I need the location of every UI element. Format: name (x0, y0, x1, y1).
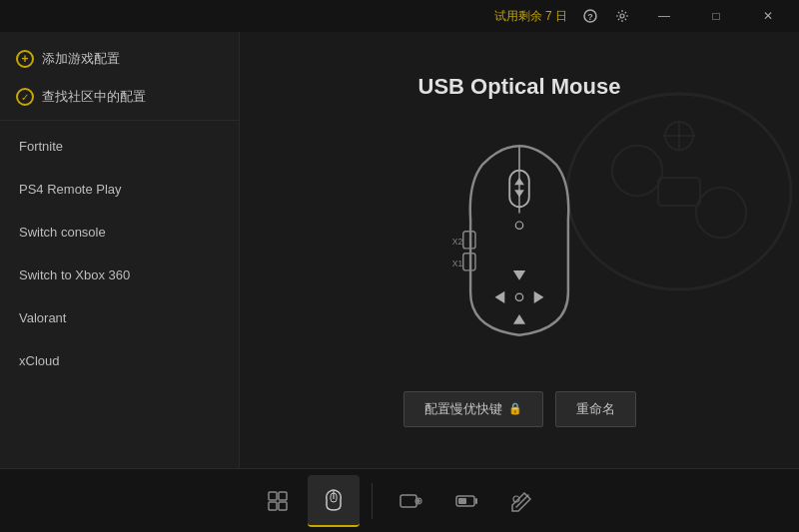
device-title: USB Optical Mouse (418, 74, 621, 100)
community-config-icon (16, 88, 34, 106)
add-config-label: 添加游戏配置 (42, 50, 120, 68)
svg-rect-18 (269, 492, 277, 500)
bottom-item-customize[interactable] (496, 475, 548, 527)
rename-label: 重命名 (576, 400, 615, 418)
mouse-svg: X2 X1 (439, 134, 599, 353)
customize-icon (510, 489, 534, 513)
close-button[interactable]: ✕ (745, 0, 791, 32)
svg-rect-20 (269, 502, 277, 510)
mouse-illustration: X2 X1 (409, 124, 629, 363)
svg-point-16 (515, 222, 522, 229)
svg-text:?: ? (587, 12, 593, 22)
bottom-item-mouse[interactable] (308, 475, 360, 527)
bottom-separator (372, 483, 373, 519)
battery-icon (454, 489, 478, 513)
bottombar (0, 468, 799, 532)
bottom-item-add-device[interactable] (385, 475, 436, 527)
help-icon[interactable]: ? (577, 3, 603, 29)
bottom-item-battery[interactable] (440, 475, 492, 527)
svg-point-7 (665, 122, 693, 150)
sidebar-item-fortnite[interactable]: Fortnite (0, 125, 239, 168)
svg-rect-6 (658, 178, 700, 206)
sidebar-item-label: Valorant (19, 310, 66, 325)
bottom-nav (252, 475, 548, 527)
add-config-icon: + (16, 50, 34, 68)
svg-rect-24 (400, 495, 416, 507)
community-config-action[interactable]: 查找社区中的配置 (0, 78, 239, 116)
maximize-button[interactable]: □ (693, 0, 739, 32)
configure-button[interactable]: 配置慢优快键 🔒 (403, 391, 543, 427)
sidebar-item-switch-xbox360[interactable]: Switch to Xbox 360 (0, 254, 239, 296)
lock-icon: 🔒 (508, 402, 522, 415)
rename-button[interactable]: 重命名 (555, 391, 636, 427)
mouse-icon (322, 488, 346, 512)
svg-rect-13 (463, 253, 475, 269)
sidebar-divider (0, 120, 239, 121)
sidebar-item-valorant[interactable]: Valorant (0, 296, 239, 339)
svg-rect-31 (458, 498, 466, 504)
sidebar-item-label: Switch to Xbox 360 (19, 267, 130, 282)
add-device-icon (399, 489, 422, 513)
add-config-action[interactable]: + 添加游戏配置 (0, 40, 239, 78)
content-area: USB Optical Mouse X2 X1 (240, 32, 799, 468)
bottom-item-profiles[interactable] (252, 475, 304, 527)
settings-icon[interactable] (609, 3, 635, 29)
trial-text: 试用剩余 7 日 (494, 8, 567, 25)
sidebar-item-label: Fortnite (19, 139, 63, 154)
sidebar-item-label: xCloud (19, 353, 59, 368)
configure-label: 配置慢优快键 (424, 400, 502, 418)
sidebar-item-ps4-remote[interactable]: PS4 Remote Play (0, 168, 239, 211)
sidebar-item-label: Switch console (19, 225, 106, 240)
svg-text:X1: X1 (452, 259, 463, 268)
svg-point-17 (515, 293, 522, 300)
sidebar-item-switch-console[interactable]: Switch console (0, 211, 239, 254)
sidebar-item-label: PS4 Remote Play (19, 182, 122, 197)
svg-text:X2: X2 (452, 237, 463, 247)
titlebar: 试用剩余 7 日 ? — □ ✕ (0, 0, 799, 32)
community-config-label: 查找社区中的配置 (42, 88, 146, 106)
svg-rect-12 (463, 231, 475, 248)
svg-point-2 (620, 14, 624, 18)
svg-point-5 (696, 188, 746, 238)
action-buttons: 配置慢优快键 🔒 重命名 (403, 391, 636, 427)
main-layout: + 添加游戏配置 查找社区中的配置 Fortnite PS4 Remote Pl… (0, 32, 799, 468)
svg-rect-19 (279, 492, 287, 500)
sidebar: + 添加游戏配置 查找社区中的配置 Fortnite PS4 Remote Pl… (0, 32, 240, 468)
sidebar-item-xcloud[interactable]: xCloud (0, 339, 239, 382)
profiles-icon (266, 489, 290, 513)
minimize-button[interactable]: — (641, 0, 687, 32)
svg-rect-21 (279, 502, 287, 510)
